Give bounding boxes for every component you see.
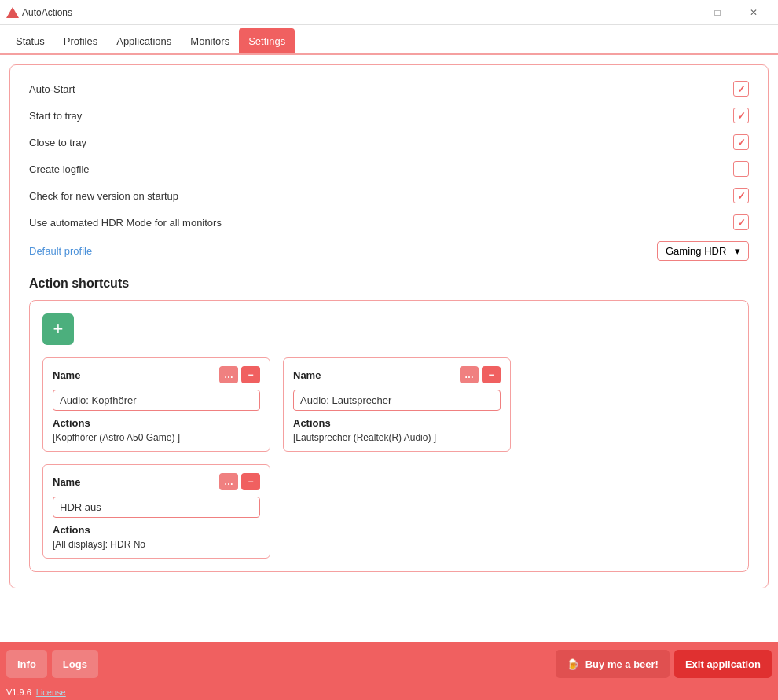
window-controls: ─ □ ✕ — [663, 0, 772, 25]
action-shortcuts-title: Action shortcuts — [29, 277, 749, 291]
automated-hdr-checkbox[interactable] — [733, 214, 749, 230]
card3-edit-button[interactable]: … — [219, 473, 238, 490]
default-profile-row: Default profile Gaming HDR Standard Movi… — [29, 241, 749, 261]
create-logfile-checkbox[interactable] — [733, 161, 749, 177]
main-content: Auto-Start Start to tray Close to tray C… — [0, 55, 778, 642]
start-to-tray-label: Start to tray — [29, 110, 733, 122]
tab-profiles[interactable]: Profiles — [54, 28, 107, 53]
nav-tabs: Status Profiles Applications Monitors Se… — [0, 25, 778, 55]
shortcut-card-1: Name … − Actions [Kopfhörer (Astro A50 G… — [42, 357, 270, 452]
close-button[interactable]: ✕ — [736, 0, 772, 25]
card3-name-input[interactable] — [53, 497, 260, 518]
card1-name-input[interactable] — [53, 390, 260, 411]
app-logo-icon — [6, 7, 19, 18]
titlebar: AutoActions ─ □ ✕ — [0, 0, 778, 25]
auto-start-label: Auto-Start — [29, 83, 733, 95]
automated-hdr-label: Use automated HDR Mode for all monitors — [29, 217, 733, 229]
card1-delete-button[interactable]: − — [241, 366, 260, 383]
card1-edit-button[interactable]: … — [219, 366, 238, 383]
version-text: V1.9.6 — [6, 687, 31, 697]
beer-label: Buy me a beer! — [585, 658, 659, 670]
card3-name-label: Name — [53, 476, 219, 488]
beer-icon: 🍺 — [567, 658, 579, 670]
card3-actions-label: Actions — [53, 524, 260, 536]
license-link[interactable]: License — [36, 687, 66, 697]
card3-actions-text: [All displays]: HDR No — [53, 539, 260, 550]
check-version-label: Check for new version on startup — [29, 190, 733, 202]
card1-name-label: Name — [53, 369, 219, 381]
card3-buttons: … − — [219, 473, 260, 490]
card2-name-input[interactable] — [293, 390, 501, 411]
shortcut-card-3: Name … − Actions [All displays]: HDR No — [42, 464, 270, 559]
shortcut-card-2: Name … − Actions [Lautsprecher (Realtek(… — [283, 357, 511, 452]
card1-actions-label: Actions — [53, 417, 260, 429]
close-to-tray-row: Close to tray — [29, 134, 749, 150]
start-to-tray-checkbox[interactable] — [733, 108, 749, 123]
tab-status[interactable]: Status — [6, 28, 54, 53]
close-to-tray-label: Close to tray — [29, 137, 733, 148]
card1-actions-text: [Kopfhörer (Astro A50 Game) ] — [53, 432, 260, 443]
default-profile-dropdown[interactable]: Gaming HDR Standard Movie None ▾ — [657, 241, 749, 261]
settings-panel: Auto-Start Start to tray Close to tray C… — [9, 64, 769, 588]
chevron-down-icon: ▾ — [735, 245, 740, 257]
footer: Info Logs 🍺 Buy me a beer! Exit applicat… — [0, 642, 778, 700]
card1-header: Name … − — [53, 366, 260, 383]
create-logfile-row: Create logfile — [29, 161, 749, 177]
card3-delete-button[interactable]: − — [241, 473, 260, 490]
profile-select[interactable]: Gaming HDR Standard Movie None — [666, 245, 730, 257]
card2-actions-label: Actions — [293, 417, 501, 429]
tab-applications[interactable]: Applications — [107, 28, 181, 53]
automated-hdr-row: Use automated HDR Mode for all monitors — [29, 214, 749, 230]
shortcut-cards: Name … − Actions [Kopfhörer (Astro A50 G… — [42, 357, 736, 559]
check-version-checkbox[interactable] — [733, 188, 749, 203]
app-title: AutoActions — [22, 7, 663, 18]
auto-start-row: Auto-Start — [29, 81, 749, 97]
default-profile-label: Default profile — [29, 245, 657, 257]
close-to-tray-checkbox[interactable] — [733, 134, 749, 150]
check-version-row: Check for new version on startup — [29, 188, 749, 203]
footer-version-bar: V1.9.6 License — [0, 686, 778, 700]
info-button[interactable]: Info — [6, 650, 47, 678]
tab-settings[interactable]: Settings — [239, 28, 295, 53]
card2-delete-button[interactable]: − — [482, 366, 501, 383]
card2-actions-text: [Lautsprecher (Realtek(R) Audio) ] — [293, 432, 501, 443]
minimize-button[interactable]: ─ — [663, 0, 699, 25]
beer-button[interactable]: 🍺 Buy me a beer! — [556, 650, 670, 678]
auto-start-checkbox[interactable] — [733, 81, 749, 97]
tab-monitors[interactable]: Monitors — [181, 28, 239, 53]
card2-edit-button[interactable]: … — [460, 366, 479, 383]
footer-buttons: Info Logs 🍺 Buy me a beer! Exit applicat… — [0, 642, 778, 686]
card2-header: Name … − — [293, 366, 501, 383]
start-to-tray-row: Start to tray — [29, 108, 749, 123]
shortcuts-container: + Name … − Actions [Kopfhörer (Astro A50… — [29, 300, 749, 572]
card3-header: Name … − — [53, 473, 260, 490]
exit-button[interactable]: Exit application — [674, 650, 772, 678]
restore-button[interactable]: □ — [699, 0, 736, 25]
add-shortcut-button[interactable]: + — [42, 313, 74, 345]
card1-buttons: … − — [219, 366, 260, 383]
card2-name-label: Name — [293, 369, 460, 381]
create-logfile-label: Create logfile — [29, 163, 733, 175]
logs-button[interactable]: Logs — [52, 650, 98, 678]
card2-buttons: … − — [460, 366, 501, 383]
